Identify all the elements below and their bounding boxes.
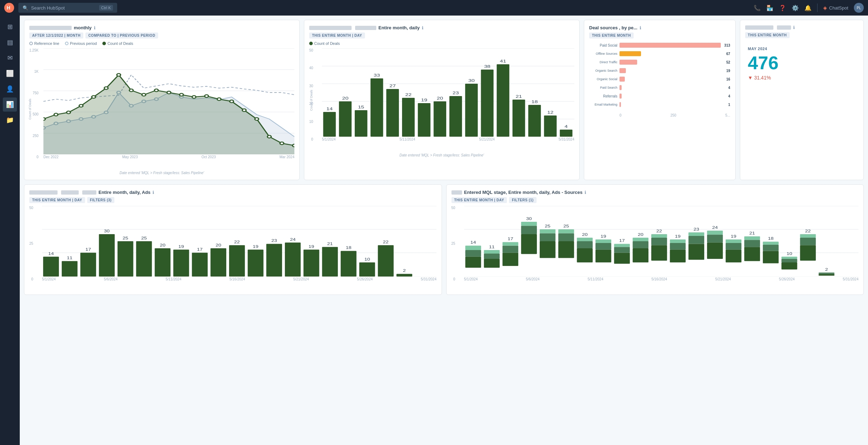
widget5-x-axis: 5/1/2024 5/6/2024 5/11/2024 5/16/2024 5/…	[42, 277, 437, 281]
svg-text:11: 11	[67, 256, 72, 260]
svg-text:22: 22	[805, 229, 810, 233]
x-label-oct2023: Oct 2023	[202, 155, 216, 159]
svg-rect-161	[614, 253, 630, 264]
svg-text:20: 20	[582, 232, 587, 237]
chatspot-button[interactable]: ◈ ChatSpot	[823, 5, 848, 11]
user-avatar[interactable]: PL	[854, 3, 864, 13]
legend2-count-deals: Count of Deals	[309, 41, 340, 46]
svg-rect-59	[402, 98, 415, 137]
y-label-2: 750	[32, 91, 38, 95]
svg-point-34	[192, 96, 196, 99]
widget5-info-icon[interactable]: ℹ	[152, 190, 154, 195]
hubspot-logo[interactable]: H	[4, 3, 14, 13]
svg-rect-119	[359, 262, 375, 277]
widget4-title-blur2	[777, 25, 791, 30]
phone-icon[interactable]: 📞	[754, 5, 761, 11]
svg-rect-79	[560, 130, 573, 137]
svg-point-28	[117, 73, 121, 76]
sidebar-item-contacts[interactable]: 👤	[3, 82, 17, 96]
w2-y2: 30	[309, 84, 313, 88]
widget5-tag-1[interactable]: FILTERS (3)	[87, 197, 114, 203]
count-deals-icon	[102, 42, 106, 45]
widget1-tag-1[interactable]: COMPARED TO | PREVIOUS PERIOD	[85, 32, 158, 38]
svg-text:23: 23	[693, 227, 699, 232]
widget6-tag-0[interactable]: THIS ENTIRE MONTH | DAY	[451, 197, 507, 203]
widget1-tag-0[interactable]: AFTER 12/1/2022 | MONTH	[29, 32, 83, 38]
svg-rect-165	[633, 248, 648, 262]
chatspot-icon: ◈	[823, 5, 827, 11]
svg-text:19: 19	[421, 97, 427, 102]
svg-rect-87	[62, 261, 78, 277]
widget1-info-icon[interactable]: ℹ	[94, 25, 96, 30]
widget5-tag-0[interactable]: THIS ENTIRE MONTH | DAY	[29, 197, 85, 203]
svg-rect-205	[819, 274, 834, 276]
sidebar-item-email[interactable]: ✉	[3, 51, 17, 65]
svg-rect-65	[449, 96, 462, 137]
svg-rect-139	[502, 242, 518, 246]
svg-rect-195	[763, 242, 779, 245]
widget3-header: Deal sources , by pe... ℹ THIS ENTIRE MO…	[589, 25, 730, 38]
widget-monthly-line: monthly ℹ AFTER 12/1/2022 | MONTH COMPAR…	[24, 20, 300, 180]
marketplace-icon[interactable]: 🏪	[766, 5, 773, 11]
widget2-svg: 14 20 15 33 27 22 19 20 23 30 38 41 21 1…	[322, 48, 574, 137]
w5-x0: 5/1/2024	[42, 277, 56, 281]
svg-rect-154	[577, 241, 593, 248]
widget1-title-text: monthly	[74, 25, 92, 30]
svg-text:20: 20	[160, 243, 166, 248]
widget1-x-axis: Dec 2022 May 2023 Oct 2023 Mar 2024	[43, 155, 294, 159]
search-bar[interactable]: 🔍 Search HubSpot Ctrl K	[18, 3, 117, 13]
reference-line-icon	[29, 42, 33, 45]
source-value-offline: 67	[726, 52, 730, 56]
notifications-icon[interactable]: 🔔	[804, 5, 812, 11]
widget2-tag-0[interactable]: THIS ENTIRE MONTH | DAY	[309, 32, 365, 38]
source-name-organic-social: Organic Social	[589, 77, 617, 81]
sidebar-item-reports[interactable]: 📊	[3, 97, 17, 112]
svg-point-36	[217, 98, 221, 101]
kpi-change-arrow: ▼	[748, 75, 753, 81]
svg-text:41: 41	[500, 59, 506, 63]
previous-period-icon	[65, 42, 68, 45]
widget4-tag-0[interactable]: THIS ENTIRE MONTH	[745, 32, 790, 38]
w3-x1: 250	[670, 113, 676, 117]
widget4-info-icon[interactable]: ℹ	[793, 25, 795, 30]
svg-rect-181	[707, 243, 723, 259]
widget6-tag-1[interactable]: FILTERS (1)	[509, 197, 536, 203]
svg-rect-121	[378, 245, 394, 277]
svg-text:19: 19	[253, 244, 258, 249]
svg-text:18: 18	[531, 99, 538, 104]
source-bar-container-organic-search	[619, 68, 723, 73]
sidebar-item-table[interactable]: ▤	[3, 35, 17, 49]
help-icon[interactable]: ❓	[779, 5, 786, 11]
svg-rect-63	[433, 101, 446, 137]
settings-icon[interactable]: ⚙️	[792, 5, 799, 11]
y-label-3: 500	[32, 112, 38, 116]
kpi-period: MAY 2024	[748, 47, 856, 51]
sidebar-item-folder[interactable]: 📁	[3, 113, 17, 127]
svg-text:2: 2	[825, 267, 828, 272]
svg-text:4: 4	[564, 124, 568, 129]
y-label-0: 1.25K	[29, 48, 38, 52]
widget2-info-icon[interactable]: ℹ	[422, 25, 424, 30]
w5-x6: 5/31/2024	[421, 277, 437, 281]
y-label-1: 1K	[34, 70, 38, 73]
svg-rect-202	[800, 238, 816, 245]
w5-x2: 5/11/2024	[166, 277, 181, 281]
widget6-info-icon[interactable]: ℹ	[585, 190, 586, 195]
svg-text:27: 27	[389, 83, 396, 88]
chatspot-label: ChatSpot	[829, 5, 848, 11]
svg-point-40	[268, 135, 271, 138]
source-row-paid-search: Paid Search 4	[589, 85, 730, 90]
widget3-info-icon[interactable]: ℹ	[640, 25, 641, 30]
w5-y2: 0	[31, 277, 34, 281]
svg-rect-85	[43, 257, 59, 277]
widget3-tag-0[interactable]: THIS ENTIRE MONTH	[589, 32, 634, 38]
widget6-title-text: Entered MQL stage, Entire month, daily, …	[464, 190, 583, 195]
search-shortcut: Ctrl K	[99, 5, 113, 11]
svg-rect-201	[800, 245, 816, 261]
sidebar-item-library[interactable]: ⬜	[3, 66, 17, 81]
widget2-title-blur2	[355, 26, 376, 30]
svg-rect-145	[539, 241, 555, 258]
widget1-title-blur	[29, 26, 72, 30]
sidebar-item-home[interactable]: ⊞	[3, 20, 17, 34]
widget-deal-sources: Deal sources , by pe... ℹ THIS ENTIRE MO…	[584, 20, 736, 180]
